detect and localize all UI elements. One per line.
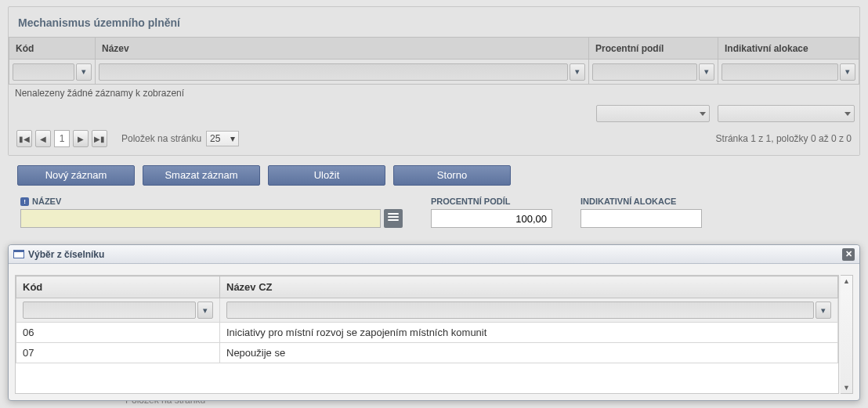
cell-nazev: Iniciativy pro místní rozvoj se zapojení… — [220, 323, 838, 343]
lookup-modal: Výběr z číselníku ✕ Kód Název CZ ▾ ▾ 06 … — [8, 244, 860, 401]
cell-nazev: Nepoužije se — [220, 343, 838, 363]
window-icon — [13, 250, 24, 258]
modal-filter-nazev[interactable] — [226, 301, 814, 319]
cancel-button[interactable]: Storno — [393, 165, 511, 186]
modal-col-nazev[interactable]: Název CZ — [220, 276, 838, 298]
new-record-button[interactable]: Nový záznam — [17, 165, 135, 186]
label-procentni: PROCENTNÍ PODÍL — [431, 197, 552, 206]
funnel-icon[interactable]: ▾ — [570, 63, 585, 81]
pager-first[interactable]: ▮◀ — [16, 130, 32, 147]
header-row: Kód Název Procentní podíl Indikativní al… — [9, 38, 859, 60]
table-row[interactable]: 06 Iniciativy pro místní rozvoj se zapoj… — [16, 323, 838, 343]
chevron-up-icon: ▲ — [843, 277, 850, 285]
extra-select-row — [9, 102, 859, 125]
list-icon — [388, 213, 399, 224]
chevron-down-icon: ▼ — [843, 384, 850, 392]
pager-current[interactable]: 1 — [54, 130, 70, 147]
modal-filter-kod[interactable] — [23, 301, 196, 319]
page-size: Položek na stránku 25▾ — [121, 131, 239, 146]
pager-prev[interactable]: ◀ — [35, 130, 51, 147]
chevron-down-icon: ▾ — [230, 133, 235, 144]
funnel-icon[interactable]: ▾ — [76, 63, 92, 81]
delete-record-button[interactable]: Smazat záznam — [143, 165, 260, 186]
label-indik: INDIKATIVNÍ ALOKACE — [580, 197, 702, 206]
indik-field[interactable] — [580, 209, 702, 228]
page-size-select[interactable]: 25▾ — [206, 131, 239, 146]
no-records-message: Nenalezeny žádné záznamy k zobrazení — [9, 85, 859, 102]
pager-next[interactable]: ▶ — [73, 130, 89, 147]
lookup-button[interactable] — [384, 209, 403, 228]
pager: ▮◀ ◀ 1 ▶ ▶▮ Položek na stránku 25▾ Strán… — [9, 125, 859, 155]
extra-select-1[interactable] — [596, 105, 710, 122]
col-nazev[interactable]: Název — [96, 38, 589, 60]
filter-row: ▾ ▾ ▾ ▾ — [9, 60, 859, 85]
filter-kod[interactable] — [13, 63, 74, 81]
funnel-icon[interactable]: ▾ — [197, 301, 213, 319]
col-kod[interactable]: Kód — [9, 38, 96, 60]
main-grid: Kód Název Procentní podíl Indikativní al… — [9, 37, 859, 85]
required-icon: ! — [20, 197, 29, 206]
extra-select-2[interactable] — [718, 105, 855, 122]
nazev-field[interactable] — [20, 209, 381, 228]
label-nazev: NÁZEV — [32, 197, 61, 206]
section-title: Mechanismus územního plnění — [9, 7, 859, 37]
filter-indik[interactable] — [722, 63, 838, 81]
filter-procentni[interactable] — [592, 63, 697, 81]
modal-title-text: Výběr z číselníku — [28, 249, 104, 260]
save-button[interactable]: Uložit — [268, 165, 385, 186]
procentni-field[interactable] — [431, 209, 552, 228]
funnel-icon[interactable]: ▾ — [816, 301, 831, 319]
table-row[interactable]: 07 Nepoužije se — [16, 343, 838, 363]
close-icon[interactable]: ✕ — [842, 248, 855, 261]
col-indik[interactable]: Indikativní alokace — [718, 38, 859, 60]
page-size-label: Položek na stránku — [121, 133, 201, 144]
cell-kod: 07 — [16, 343, 220, 363]
funnel-icon[interactable]: ▾ — [840, 63, 855, 81]
modal-grid: Kód Název CZ ▾ ▾ 06 Iniciativy pro místn… — [16, 276, 838, 363]
funnel-icon[interactable]: ▾ — [699, 63, 714, 81]
filter-nazev[interactable] — [99, 63, 568, 81]
cell-kod: 06 — [16, 323, 220, 343]
pager-last[interactable]: ▶▮ — [92, 130, 107, 147]
modal-col-kod[interactable]: Kód — [16, 276, 220, 298]
col-procentni[interactable]: Procentní podíl — [589, 38, 718, 60]
scrollbar[interactable]: ▲▼ — [841, 275, 853, 394]
pager-info: Stránka 1 z 1, položky 0 až 0 z 0 — [716, 133, 852, 144]
